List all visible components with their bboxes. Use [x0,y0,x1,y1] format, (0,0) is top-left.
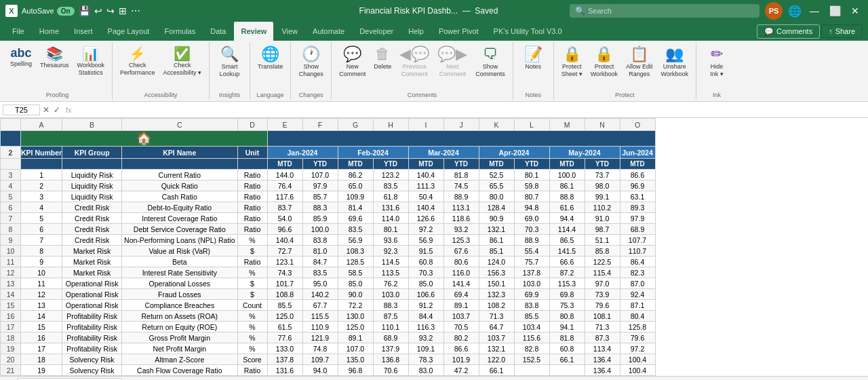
col-L[interactable]: L [514,119,549,131]
col-O[interactable]: O [620,119,655,131]
table-row[interactable]: 15 13Operational RiskCompliance Breaches… [1,300,656,311]
cancel-formula-icon[interactable]: ✕ [43,105,50,115]
sheet-table-wrapper[interactable]: A B C D E F G H I J K L M N O [0,118,868,376]
previous-comment-button[interactable]: ◀💬 Previous Comment [396,45,433,80]
cell-reference[interactable] [3,104,40,115]
col-I[interactable]: I [408,119,443,131]
table-row[interactable]: 8 6Credit RiskDebt Service Coverage Rati… [1,224,656,235]
ribbon-group-changes: 🕐 Show Changes Changes [291,42,332,100]
check-performance-button[interactable]: ⚡ Check Performance [117,45,159,79]
autosave-toggle[interactable]: AutoSave On [22,7,75,16]
logo-cell: 🏠 [21,131,268,147]
table-row[interactable]: 19 17Profitability RiskNet Profit Margin… [1,343,656,354]
redo-icon[interactable]: ↪ [106,5,115,16]
show-comments-button[interactable]: 🗨 Show Comments [472,45,509,80]
table-row[interactable]: 3 1Liquidity RiskCurrent RatioRatio 144.… [1,170,656,180]
workbook-statistics-button[interactable]: 📊 Workbook Statistics [74,45,108,79]
tab-developer[interactable]: Developer [353,22,400,41]
tab-page-layout[interactable]: Page Layout [101,22,157,41]
tab-power-pivot[interactable]: Power Pivot [432,22,486,41]
table-icon[interactable]: ⊞ [119,5,127,16]
table-row[interactable]: 17 15Profitability RiskReturn on Equity … [1,322,656,332]
check-accessibility-button[interactable]: ✅ Check Accessibility ▾ [159,45,205,79]
col-D[interactable]: D [237,119,267,131]
table-row[interactable]: 13 11Operational RiskOperational Losses$… [1,278,656,289]
sub-feb-mtd: MTD [338,159,373,170]
undo-icon[interactable]: ↩ [94,5,102,16]
more-icon[interactable]: ⋯ [131,5,140,16]
col-F[interactable]: F [302,119,338,131]
ribbon-group-accessibility: ⚡ Check Performance ✅ Check Accessibilit… [113,42,210,100]
table-row[interactable]: 16 14Profitability RiskReturn on Assets … [1,311,656,322]
smart-lookup-button[interactable]: 🔍 Smart Lookup [216,45,243,80]
delete-comment-icon: 🗑 [375,47,390,62]
new-comment-icon: 💬 [343,47,361,62]
autosave-state[interactable]: On [57,7,75,16]
title-bar: X AutoSave On 💾 ↩ ↪ ⊞ ⋯ Financial Risk K… [0,0,868,22]
protect-workbook-button[interactable]: 🔒 Protect Workbook [587,45,621,80]
table-row[interactable]: 4 2Liquidity RiskQuick RatioRatio 76.497… [1,180,656,191]
table-row[interactable]: 5 3Liquidity RiskCash RatioRatio 117.685… [1,191,656,202]
spelling-button[interactable]: abc Spelling [7,45,35,70]
col-B[interactable]: B [62,119,122,131]
col-G[interactable]: G [338,119,373,131]
unshare-workbook-button[interactable]: 👥 Unshare Workbook [658,45,692,80]
protect-sheet-button[interactable]: 🔒 Protect Sheet ▾ [558,45,586,80]
table-row[interactable]: 11 9Market RiskBetaRatio 123.184.7128.51… [1,256,656,267]
table-row[interactable]: 9 7Credit RiskNon-Performing Loans (NPL)… [1,235,656,246]
hide-ink-button[interactable]: ✏ Hide Ink ▾ [705,45,729,80]
table-row[interactable]: 20 18Solvency RiskAltman Z-ScoreScore 13… [1,354,656,365]
new-comment-button[interactable]: 💬 New Comment [336,45,369,80]
tab-file[interactable]: File [5,22,31,41]
share-world-icon[interactable]: 🌐 [788,5,802,18]
allow-edit-ranges-button[interactable]: 📋 Allow Edit Ranges [623,45,656,80]
notes-icon: 📝 [524,47,542,62]
delete-comment-button[interactable]: 🗑 Delete [370,45,395,73]
tab-data[interactable]: Data [203,22,233,41]
tab-pk-utility[interactable]: PK's Utility Tool V3.0 [487,22,569,41]
tab-insert[interactable]: Insert [67,22,100,41]
col-H[interactable]: H [373,119,408,131]
tab-formulas[interactable]: Formulas [157,22,202,41]
col-M[interactable]: M [549,119,585,131]
show-changes-button[interactable]: 🕐 Show Changes [296,45,327,80]
table-row[interactable]: 14 12Operational RiskFraud Losses$ 108.8… [1,289,656,300]
col-E[interactable]: E [267,119,302,131]
tab-home[interactable]: Home [33,22,66,41]
ribbon-group-notes: 📝 Notes Notes [513,42,554,100]
close-button[interactable]: ✕ [848,3,863,18]
notes-button[interactable]: 📝 Notes [521,45,546,73]
table-row[interactable]: 18 16Profitability RiskGross Profit Marg… [1,332,656,343]
comments-icon: 💬 [764,27,774,36]
table-row[interactable]: 7 5Credit RiskInterest Coverage RatioRat… [1,213,656,224]
table-row[interactable]: 12 10Market RiskInterest Rate Sensitivit… [1,267,656,278]
add-sheet-button[interactable]: + [3,378,17,381]
col-J[interactable]: J [443,119,479,131]
thesaurus-button[interactable]: 📚 Thesaurus [37,45,73,71]
restore-button[interactable]: ⬜ [827,3,842,18]
col-A[interactable]: A [21,119,62,131]
col-C[interactable]: C [122,119,237,131]
table-row[interactable]: 21 19Solvency RiskCash Flow Coverage Rat… [1,365,656,376]
table-row[interactable]: 10 8Market RiskValue at Risk (VaR)$ 72.7… [1,246,656,256]
tab-automate[interactable]: Automate [306,22,351,41]
sub-may-mtd: MTD [549,159,585,170]
minimize-button[interactable]: — [807,3,822,18]
share-button[interactable]: ↑ Share [821,24,863,38]
smart-lookup-label: Smart Lookup [220,63,240,78]
table-row[interactable]: 6 4Credit RiskDebt-to-Equity RatioRatio … [1,202,656,213]
search-bar[interactable]: 🔍 Search [570,4,760,18]
translate-button[interactable]: 🌐 Translate [254,45,286,73]
next-comment-button[interactable]: 💬▶ Next Comment [434,45,471,80]
tab-review[interactable]: Review [234,22,273,41]
col-N[interactable]: N [585,119,620,131]
show-comments-icon: 🗨 [483,47,498,62]
sheet-tab-financial-risk[interactable]: Financial Risk KPI Dashboard [17,378,122,381]
confirm-formula-icon[interactable]: ✓ [54,105,60,115]
comments-button[interactable]: 💬 Comments [757,24,820,39]
save-icon[interactable]: 💾 [79,5,90,16]
profile-button[interactable]: PS [765,2,783,20]
tab-help[interactable]: Help [401,22,431,41]
tab-view[interactable]: View [275,22,304,41]
col-K[interactable]: K [479,119,514,131]
